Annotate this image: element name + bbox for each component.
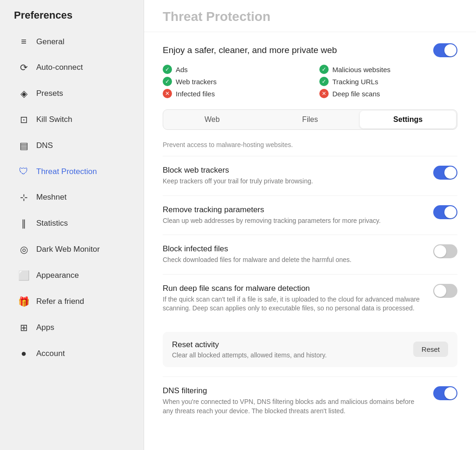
main-content: Threat Protection Enjoy a safer, cleaner… <box>144 0 476 450</box>
threat-protection-icon: 🛡 <box>18 166 30 177</box>
sidebar: Preferences ≡General⟳Auto-connect◈Preset… <box>0 0 144 450</box>
setting-row: Block web trackers Keep trackers off you… <box>163 166 457 186</box>
tab-files[interactable]: Files <box>262 111 358 128</box>
feature-label: Infected files <box>176 90 215 98</box>
sidebar-item-dns[interactable]: ▤DNS <box>4 134 140 158</box>
setting-row: Block infected files Check downloaded fi… <box>163 244 457 265</box>
appearance-icon: ⬜ <box>18 270 30 281</box>
setting-desc-remove-tracking: Clean up web addresses by removing track… <box>163 216 424 226</box>
check-icon: ✓ <box>163 65 172 74</box>
toggle-block-infected[interactable] <box>433 244 457 258</box>
setting-desc-dns: When you're connected to VPN, DNS filter… <box>163 397 424 416</box>
x-icon: ✕ <box>319 89 329 98</box>
sidebar-label-dark-web-monitor: Dark Web Monitor <box>36 245 100 254</box>
setting-remove-tracking: Remove tracking parameters Clean up web … <box>163 195 457 235</box>
feature-item: ✓Web trackers <box>163 77 301 86</box>
sidebar-item-account[interactable]: ●Account <box>4 342 140 365</box>
sidebar-label-presets: Presets <box>36 89 63 98</box>
setting-info: DNS filtering When you're connected to V… <box>163 386 424 416</box>
feature-label: Deep file scans <box>332 90 380 98</box>
apps-icon: ⊞ <box>18 322 30 333</box>
setting-title-block-infected: Block infected files <box>163 244 424 254</box>
setting-title-block-web-trackers: Block web trackers <box>163 166 424 175</box>
feature-label: Web trackers <box>176 78 217 86</box>
content-area: Enjoy a safer, cleaner, and more private… <box>144 32 476 436</box>
sidebar-label-refer-a-friend: Refer a friend <box>36 297 84 306</box>
setting-desc-block-web-trackers: Keep trackers off your trail for truly p… <box>163 177 424 186</box>
setting-row: Remove tracking parameters Clean up web … <box>163 205 457 226</box>
reset-left: Reset activity Clear all blocked attempt… <box>172 340 327 359</box>
sidebar-item-auto-connect[interactable]: ⟳Auto-connect <box>4 55 140 80</box>
reset-title: Reset activity <box>172 340 327 349</box>
setting-desc-deep-scans: If the quick scan can't tell if a file i… <box>163 295 424 313</box>
toggle-block-web-trackers[interactable] <box>433 166 457 180</box>
check-icon: ✓ <box>319 65 329 74</box>
feature-label: Malicious websites <box>332 66 390 74</box>
sidebar-label-general: General <box>36 37 64 47</box>
sidebar-label-kill-switch: Kill Switch <box>36 115 72 124</box>
refer-a-friend-icon: 🎁 <box>18 296 30 307</box>
reset-activity-section: Reset activity Clear all blocked attempt… <box>163 332 457 367</box>
sidebar-label-meshnet: Meshnet <box>36 193 66 202</box>
x-icon: ✕ <box>163 89 172 98</box>
dns-icon: ▤ <box>18 140 30 151</box>
dark-web-monitor-icon: ◎ <box>18 244 30 255</box>
feature-grid: ✓Ads✓Malicious websites✓Web trackers✓Tra… <box>163 65 457 98</box>
page-title: Threat Protection <box>144 0 476 32</box>
check-icon: ✓ <box>163 77 172 86</box>
enjoy-row: Enjoy a safer, cleaner, and more private… <box>163 43 457 57</box>
enjoy-toggle[interactable] <box>433 43 457 57</box>
sidebar-item-statistics[interactable]: ∥Statistics <box>4 211 140 235</box>
toggle-deep-scans[interactable] <box>433 284 457 298</box>
sidebar-label-auto-connect: Auto-connect <box>36 63 83 72</box>
setting-desc-block-infected: Check downloaded files for malware and d… <box>163 255 424 265</box>
setting-block-web-trackers: Block web trackers Keep trackers off you… <box>163 156 457 195</box>
sidebar-item-appearance[interactable]: ⬜Appearance <box>4 263 140 288</box>
setting-deep-file-scans: Run deep file scans for malware detectio… <box>163 274 457 322</box>
feature-item: ✓Tracking URLs <box>319 77 457 86</box>
feature-item: ✓Malicious websites <box>319 65 457 74</box>
feature-label: Ads <box>176 66 188 74</box>
toggle-dns-filtering[interactable] <box>433 386 457 400</box>
check-icon: ✓ <box>319 77 329 86</box>
general-icon: ≡ <box>18 36 30 47</box>
setting-dns-filtering: DNS filtering When you're connected to V… <box>163 376 457 425</box>
sidebar-label-threat-protection: Threat Protection <box>36 167 97 176</box>
meshnet-icon: ⊹ <box>18 192 30 203</box>
sidebar-item-general[interactable]: ≡General <box>4 30 140 54</box>
sidebar-label-dns: DNS <box>36 141 53 150</box>
sidebar-label-apps: Apps <box>36 323 54 332</box>
sidebar-title: Preferences <box>0 0 144 29</box>
sidebar-item-meshnet[interactable]: ⊹Meshnet <box>4 185 140 209</box>
tab-web[interactable]: Web <box>164 111 260 128</box>
setting-block-infected: Block infected files Check downloaded fi… <box>163 235 457 274</box>
statistics-icon: ∥ <box>18 218 30 229</box>
feature-label: Tracking URLs <box>332 78 378 86</box>
toggle-remove-tracking[interactable] <box>433 205 457 219</box>
sidebar-item-kill-switch[interactable]: ⊡Kill Switch <box>4 107 140 132</box>
setting-row: DNS filtering When you're connected to V… <box>163 386 457 416</box>
setting-info: Run deep file scans for malware detectio… <box>163 284 424 313</box>
sidebar-label-statistics: Statistics <box>36 219 68 228</box>
account-icon: ● <box>18 348 30 359</box>
setting-info: Block web trackers Keep trackers off you… <box>163 166 424 186</box>
sidebar-item-dark-web-monitor[interactable]: ◎Dark Web Monitor <box>4 237 140 262</box>
tab-bar: Web Files Settings <box>163 109 457 130</box>
sidebar-item-apps[interactable]: ⊞Apps <box>4 316 140 340</box>
sidebar-label-account: Account <box>36 349 65 358</box>
setting-row: Run deep file scans for malware detectio… <box>163 284 457 313</box>
reset-desc: Clear all blocked attempts, allowed item… <box>172 351 327 359</box>
sidebar-label-appearance: Appearance <box>36 271 79 280</box>
truncated-text: Prevent access to malware-hosting websit… <box>163 141 457 148</box>
reset-button[interactable]: Reset <box>413 342 448 357</box>
setting-title-deep-scans: Run deep file scans for malware detectio… <box>163 284 424 293</box>
presets-icon: ◈ <box>18 88 30 99</box>
setting-info: Block infected files Check downloaded fi… <box>163 244 424 265</box>
feature-item: ✕Deep file scans <box>319 89 457 98</box>
feature-item: ✓Ads <box>163 65 301 74</box>
tab-settings[interactable]: Settings <box>360 111 456 128</box>
setting-info: Remove tracking parameters Clean up web … <box>163 205 424 226</box>
sidebar-item-presets[interactable]: ◈Presets <box>4 81 140 106</box>
sidebar-item-threat-protection[interactable]: 🛡Threat Protection <box>4 160 140 183</box>
sidebar-item-refer-a-friend[interactable]: 🎁Refer a friend <box>4 289 140 314</box>
